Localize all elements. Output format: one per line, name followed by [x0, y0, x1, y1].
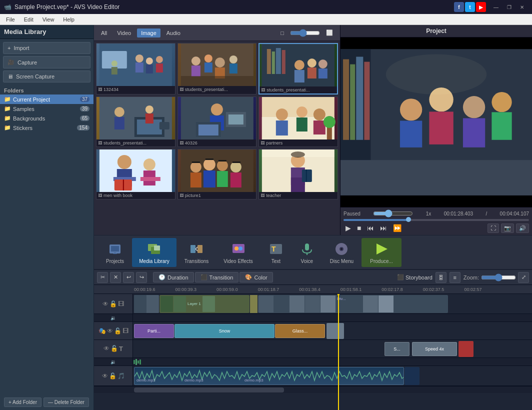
- undo-button[interactable]: ↩: [123, 272, 134, 283]
- tool-video-effects[interactable]: Video Effects: [216, 238, 260, 267]
- timeline-view-button[interactable]: ≡: [450, 272, 460, 283]
- next-frame-button[interactable]: ⏭: [378, 223, 389, 233]
- media-item[interactable]: partners: [258, 96, 338, 147]
- prev-frame-button[interactable]: ⏮: [365, 223, 376, 233]
- close-button[interactable]: ✕: [516, 2, 528, 12]
- svg-point-50: [276, 108, 288, 120]
- svg-rect-87: [262, 150, 334, 157]
- stop-button[interactable]: ■: [355, 223, 363, 233]
- tool-produce[interactable]: Produce...: [362, 238, 402, 267]
- ruler-mark: 00:01:18.7: [258, 287, 300, 292]
- menu-file[interactable]: File: [2, 16, 19, 24]
- tab-video[interactable]: Video: [113, 28, 135, 38]
- play-button[interactable]: ▶: [344, 223, 353, 233]
- media-item-men-with-book[interactable]: men with book: [96, 149, 176, 200]
- scrollbar-thumb[interactable]: [134, 388, 284, 392]
- cut-tool-button[interactable]: ✂: [97, 272, 108, 283]
- media-label: partners: [259, 140, 338, 146]
- tool-transitions[interactable]: Transitions: [178, 238, 216, 267]
- tab-image[interactable]: Image: [137, 28, 160, 38]
- text-clip-speed[interactable]: Speed 4x: [412, 342, 457, 356]
- video-clip-div[interactable]: Div...: [258, 295, 448, 313]
- progress-handle[interactable]: [406, 217, 411, 222]
- folder-current-project[interactable]: 📁 Current Project 37: [0, 94, 94, 104]
- delete-tool-button[interactable]: ✕: [110, 272, 121, 283]
- eye-icon[interactable]: 👁: [107, 328, 113, 334]
- timeline-settings-button[interactable]: 🎛: [436, 272, 446, 283]
- overlay-clip-snow[interactable]: Snow: [174, 324, 274, 338]
- film-icon[interactable]: 🎞: [122, 328, 128, 334]
- screen-capture-button[interactable]: 🖥 Screen Capture: [3, 70, 90, 82]
- redo-button[interactable]: ↪: [136, 272, 147, 283]
- audio-clip[interactable]: demo.mp3 demo.mp3 demo.mp3: [134, 367, 404, 385]
- video-clip-layer1[interactable]: Layer 1: [160, 295, 250, 313]
- eye-icon[interactable]: 👁: [104, 345, 110, 352]
- h-scrollbar[interactable]: [94, 386, 532, 393]
- timeline-toolbar: ✂ ✕ ↩ ↪ 🕐 Duration ⬛ Transition 🎨 Colo: [94, 270, 532, 285]
- youtube-button[interactable]: ▶: [476, 2, 486, 12]
- minimize-button[interactable]: —: [490, 2, 502, 12]
- media-item-teacher[interactable]: teacher: [258, 149, 338, 200]
- lock-icon[interactable]: 🔓: [114, 328, 122, 334]
- capture-button[interactable]: 🎥 Capture: [3, 56, 90, 68]
- overlay-extra-clip[interactable]: [326, 323, 344, 339]
- tl-tab-transition[interactable]: ⬛ Transition: [195, 272, 239, 282]
- tool-projects[interactable]: Projects: [99, 238, 131, 267]
- tl-tab-duration[interactable]: 🕐 Duration: [153, 272, 194, 282]
- media-library-title: Media Library: [0, 25, 94, 39]
- menu-edit[interactable]: Edit: [20, 16, 38, 24]
- folder-backgrounds[interactable]: 📁 Backgrounds 65: [0, 114, 94, 123]
- overlay-clip-glass[interactable]: Glass...: [275, 324, 325, 338]
- text-clip-s[interactable]: S...: [384, 342, 410, 356]
- transition-clip[interactable]: [250, 295, 258, 313]
- eye-icon[interactable]: 👁: [102, 300, 108, 308]
- twitter-button[interactable]: t: [465, 2, 475, 12]
- tool-text[interactable]: T Text: [261, 238, 291, 267]
- lock-icon[interactable]: 🔓: [109, 372, 116, 380]
- video-clip[interactable]: [134, 295, 159, 313]
- folder-samples[interactable]: 📁 Samples 39: [0, 104, 94, 114]
- tl-tab-color[interactable]: 🎨 Color: [240, 272, 272, 282]
- media-item[interactable]: students_presentati...: [96, 96, 176, 147]
- storyboard-toggle[interactable]: ⬛ Storyboard: [397, 274, 432, 280]
- delete-folder-button[interactable]: — Delete Folder: [44, 398, 89, 407]
- tool-voice[interactable]: Voice: [292, 238, 322, 267]
- film-icon[interactable]: 🎞: [118, 300, 124, 308]
- speed-slider[interactable]: [373, 210, 413, 218]
- size-slider-input[interactable]: [290, 29, 320, 37]
- import-button[interactable]: + Import: [3, 42, 90, 54]
- tool-media-library[interactable]: Media Library: [132, 238, 176, 267]
- maximize-button[interactable]: ❐: [503, 2, 515, 12]
- overlay-clip-parti[interactable]: Parti...: [134, 324, 174, 338]
- media-item-selected[interactable]: students_presentati...: [258, 43, 338, 94]
- facebook-button[interactable]: f: [454, 2, 464, 12]
- tab-audio[interactable]: Audio: [162, 28, 184, 38]
- media-item[interactable]: 40326: [178, 96, 257, 147]
- audio-extra-clip[interactable]: [404, 367, 420, 385]
- media-item[interactable]: 132434: [96, 43, 176, 94]
- media-item[interactable]: students_presentati...: [178, 43, 257, 94]
- add-folder-button[interactable]: + Add Folder: [4, 398, 42, 407]
- zoom-slider[interactable]: [481, 274, 516, 282]
- media-item-picture1[interactable]: picture1: [178, 149, 257, 200]
- preview-status: Paused 1x 00:01:28.403 / 00:04:04.107: [344, 210, 529, 218]
- fullscreen-button[interactable]: ⛶: [488, 224, 499, 233]
- lock-icon[interactable]: 🔓: [110, 300, 117, 308]
- lock-icon[interactable]: 🔓: [110, 345, 118, 352]
- track-icons: 🎭 👁 🔓 🎞: [98, 328, 128, 334]
- preview-progress-bar[interactable]: [344, 219, 529, 221]
- ruler-mark: 00:02:17.8: [382, 287, 423, 292]
- volume-button[interactable]: 🔊: [516, 224, 529, 233]
- window-controls: — ❐ ✕: [490, 2, 528, 12]
- text-clip-extra[interactable]: [458, 341, 474, 357]
- tab-all[interactable]: All: [97, 28, 111, 38]
- menu-help[interactable]: Help: [59, 16, 78, 24]
- tool-disc-menu[interactable]: Disc Menu: [323, 238, 360, 267]
- menu-view[interactable]: View: [38, 16, 58, 24]
- media-label-men-with-book: men with book: [96, 192, 175, 199]
- forward-button[interactable]: ⏩: [391, 223, 404, 233]
- eye-icon[interactable]: 👁: [102, 372, 108, 380]
- zoom-fit-button[interactable]: ⤢: [518, 272, 529, 283]
- snapshot-button[interactable]: 📷: [501, 224, 514, 233]
- folder-stickers[interactable]: 📁 Stickers 154: [0, 123, 94, 132]
